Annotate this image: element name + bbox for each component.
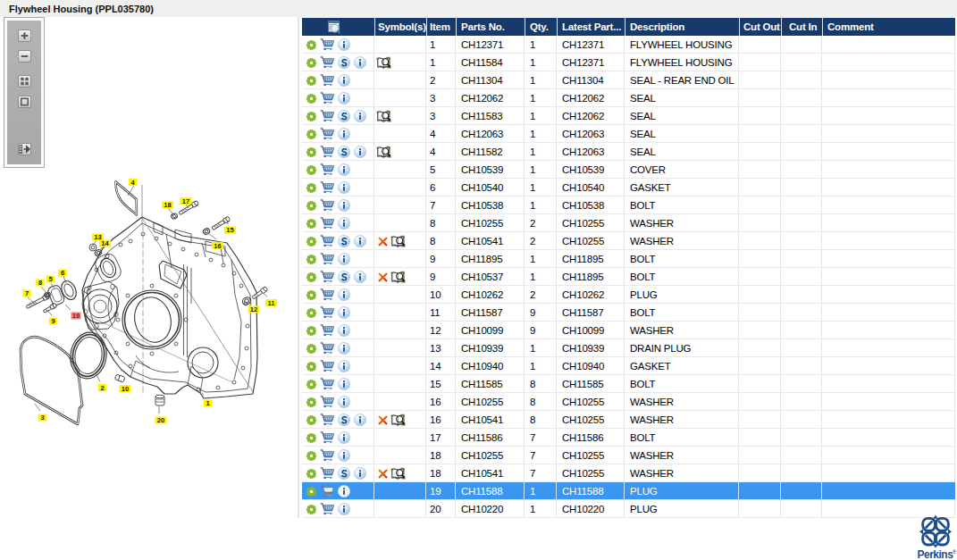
svg-text:8: 8 <box>38 279 42 287</box>
svg-text:11: 11 <box>268 299 275 307</box>
svg-text:15: 15 <box>226 226 233 234</box>
svg-text:2: 2 <box>100 384 104 392</box>
svg-text:17: 17 <box>182 197 189 205</box>
svg-text:18: 18 <box>164 201 171 209</box>
svg-text:20: 20 <box>157 416 164 424</box>
svg-text:16: 16 <box>214 242 221 250</box>
svg-text:5: 5 <box>48 275 52 283</box>
svg-text:10: 10 <box>122 385 129 393</box>
svg-text:14: 14 <box>101 239 109 247</box>
svg-text:1: 1 <box>206 399 209 407</box>
svg-text:12: 12 <box>250 305 257 313</box>
svg-text:9: 9 <box>51 317 55 325</box>
svg-text:6: 6 <box>61 269 64 277</box>
svg-text:7: 7 <box>25 289 29 297</box>
svg-text:19: 19 <box>72 312 80 320</box>
svg-text:3: 3 <box>40 414 44 422</box>
